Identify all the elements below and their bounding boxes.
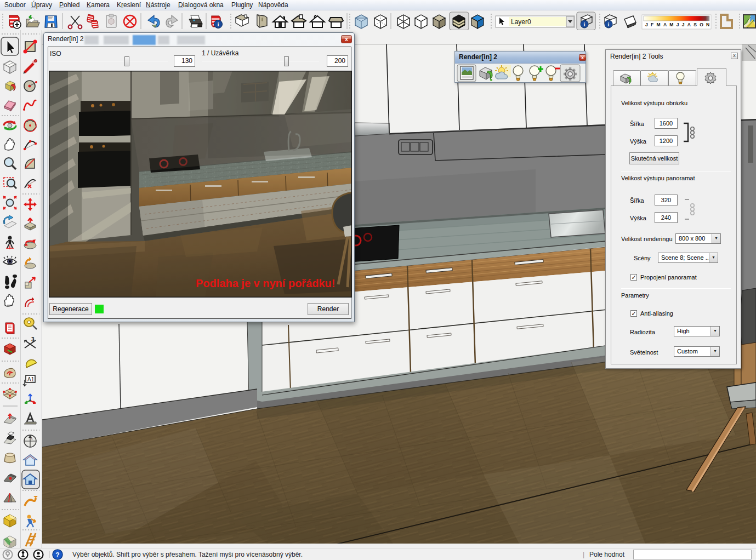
svg-text:i: i [608, 21, 610, 27]
svg-text:JFMAMJJASON: JFMAMJJASON [645, 22, 713, 27]
svg-text:A1: A1 [27, 376, 35, 382]
svg-text:3: 3 [31, 336, 35, 342]
svg-text:Layer0: Layer0 [511, 18, 531, 26]
svg-text:c: c [31, 437, 33, 440]
svg-text:i: i [217, 21, 219, 27]
svg-text:?: ? [55, 551, 59, 559]
svg-text:i: i [584, 21, 586, 27]
